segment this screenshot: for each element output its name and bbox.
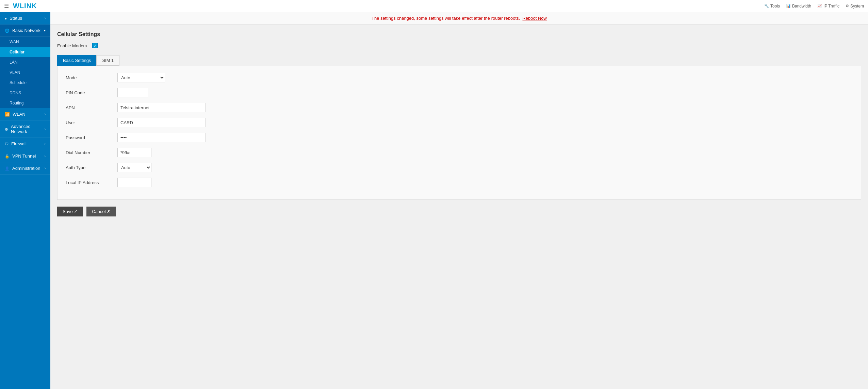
local-ip-label: Local IP Address: [66, 180, 113, 185]
notification-message: The settings changed, some settings will…: [372, 16, 520, 21]
cancel-button[interactable]: Cancel ✗: [86, 207, 116, 216]
sidebar-sub-schedule[interactable]: Schedule: [0, 78, 50, 88]
main-layout: Status › Basic Network ▾ WAN Cellular LA…: [0, 12, 868, 389]
wifi-icon: [5, 112, 10, 117]
sidebar-item-status[interactable]: Status ›: [0, 12, 50, 25]
sidebar-sub-lan[interactable]: LAN: [0, 57, 50, 67]
tabs: Basic Settings SIM 1: [57, 55, 861, 66]
auth-type-label: Auth Type: [66, 165, 113, 170]
system-nav[interactable]: System: [846, 4, 864, 9]
firewall-icon: [5, 141, 9, 146]
tab-sim1[interactable]: SIM 1: [96, 55, 119, 66]
mode-select[interactable]: Auto 4G Only 3G Only 2G Only: [117, 73, 165, 82]
ip-traffic-nav[interactable]: IP Traffic: [817, 4, 839, 9]
sidebar-item-basic-network[interactable]: Basic Network ▾: [0, 25, 50, 37]
dial-number-label: Dial Number: [66, 150, 113, 155]
form-row-user: User: [66, 118, 853, 127]
topbar-right: Tools Bandwidth IP Traffic System: [764, 4, 864, 9]
ip-traffic-icon: [817, 4, 822, 8]
tools-nav[interactable]: Tools: [764, 4, 780, 9]
button-row: Save ✓ Cancel ✗: [57, 207, 861, 216]
sidebar-item-administration-left: Administration: [5, 166, 40, 171]
tools-icon: [764, 4, 769, 8]
sidebar-item-wlan-label: WLAN: [13, 112, 26, 117]
sidebar-sub-vlan[interactable]: VLAN: [0, 67, 50, 78]
pin-code-label: PIN Code: [66, 90, 113, 95]
administration-chevron-icon: ›: [45, 166, 46, 170]
sidebar: Status › Basic Network ▾ WAN Cellular LA…: [0, 12, 50, 389]
topbar: WLINK Tools Bandwidth IP Traffic System: [0, 0, 868, 12]
pin-code-input[interactable]: [117, 88, 148, 97]
topbar-left: WLINK: [4, 2, 37, 10]
sidebar-item-basic-network-label: Basic Network: [12, 28, 40, 33]
sidebar-item-basic-network-left: Basic Network: [5, 28, 40, 33]
logo: WLINK: [13, 2, 37, 10]
ip-traffic-label: IP Traffic: [823, 4, 839, 9]
sidebar-item-status-label: Status: [10, 16, 22, 21]
local-ip-input[interactable]: [117, 178, 151, 187]
form-panel: Mode Auto 4G Only 3G Only 2G Only PIN Co…: [57, 66, 861, 200]
page-content: Cellular Settings Enable Modem ✓ Basic S…: [50, 25, 868, 389]
enable-modem-checkbox[interactable]: ✓: [92, 43, 98, 48]
page-title: Cellular Settings: [57, 31, 861, 37]
form-row-pin-code: PIN Code: [66, 88, 853, 97]
wlan-chevron-icon: ›: [45, 112, 46, 116]
save-button[interactable]: Save ✓: [57, 207, 83, 216]
auth-type-select[interactable]: Auto PAP CHAP None: [117, 163, 151, 172]
form-row-local-ip: Local IP Address: [66, 178, 853, 187]
sidebar-sub-cellular[interactable]: Cellular: [0, 47, 50, 57]
reboot-now-link[interactable]: Reboot Now: [522, 16, 547, 21]
sidebar-sub-routing[interactable]: Routing: [0, 98, 50, 108]
mode-label: Mode: [66, 75, 113, 80]
system-label: System: [850, 4, 864, 9]
sidebar-item-advanced-network-left: Advanced Network: [5, 124, 45, 134]
tab-basic-settings[interactable]: Basic Settings: [57, 55, 97, 66]
sidebar-item-administration[interactable]: Administration ›: [0, 162, 50, 175]
hamburger-menu-icon[interactable]: [4, 3, 9, 9]
password-input[interactable]: [117, 133, 206, 142]
notification-bar: The settings changed, some settings will…: [50, 12, 868, 25]
sidebar-item-wlan[interactable]: WLAN ›: [0, 108, 50, 120]
user-label: User: [66, 120, 113, 125]
vpn-tunnel-icon: [5, 153, 10, 159]
sidebar-item-firewall-label: Firewall: [11, 141, 27, 146]
bandwidth-label: Bandwidth: [792, 4, 811, 9]
advanced-network-chevron-icon: ›: [45, 127, 46, 131]
sidebar-sub-wan[interactable]: WAN: [0, 37, 50, 47]
advanced-network-icon: [5, 127, 8, 132]
sidebar-item-status-left: Status: [5, 16, 22, 21]
content-area: The settings changed, some settings will…: [50, 12, 868, 389]
form-row-mode: Mode Auto 4G Only 3G Only 2G Only: [66, 73, 853, 82]
form-row-dial-number: Dial Number: [66, 148, 853, 157]
system-icon: [846, 4, 849, 8]
password-label: Password: [66, 135, 113, 140]
bandwidth-icon: [786, 4, 791, 8]
dial-number-input[interactable]: [117, 148, 151, 157]
sidebar-item-advanced-network[interactable]: Advanced Network ›: [0, 120, 50, 138]
apn-input[interactable]: [117, 103, 206, 112]
sidebar-item-vpn-tunnel[interactable]: VPN Tunnel ›: [0, 150, 50, 162]
status-chevron-icon: ›: [45, 16, 46, 20]
basic-network-icon: [5, 28, 10, 33]
sidebar-item-vpn-tunnel-label: VPN Tunnel: [12, 153, 36, 159]
sidebar-item-firewall[interactable]: Firewall ›: [0, 138, 50, 150]
firewall-chevron-icon: ›: [45, 142, 46, 146]
enable-modem-row: Enable Modem ✓: [57, 43, 861, 48]
enable-modem-label: Enable Modem: [57, 43, 87, 48]
apn-label: APN: [66, 105, 113, 110]
form-row-auth-type: Auth Type Auto PAP CHAP None: [66, 163, 853, 172]
form-row-password: Password: [66, 133, 853, 142]
sidebar-item-vpn-tunnel-left: VPN Tunnel: [5, 153, 36, 159]
form-row-apn: APN: [66, 103, 853, 112]
bandwidth-nav[interactable]: Bandwidth: [786, 4, 811, 9]
tools-label: Tools: [770, 4, 780, 9]
sidebar-item-advanced-network-label: Advanced Network: [11, 124, 45, 134]
status-icon: [5, 16, 7, 21]
administration-icon: [5, 166, 10, 171]
user-input[interactable]: [117, 118, 206, 127]
basic-network-chevron-icon: ▾: [44, 29, 46, 32]
sidebar-item-administration-label: Administration: [12, 166, 40, 171]
sidebar-item-wlan-left: WLAN: [5, 112, 26, 117]
vpn-tunnel-chevron-icon: ›: [45, 154, 46, 158]
sidebar-sub-ddns[interactable]: DDNS: [0, 88, 50, 98]
